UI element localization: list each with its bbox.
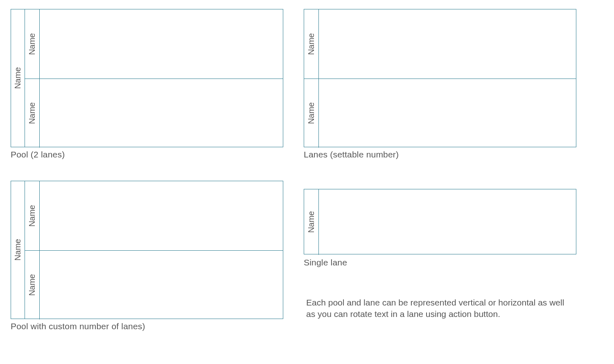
lane-row: Name xyxy=(25,9,283,79)
lane-label: Name xyxy=(27,205,37,227)
lane-row: Name xyxy=(25,181,283,250)
pool-custom-lanes: Name Name Name xyxy=(11,181,283,319)
lane-header: Name xyxy=(304,189,319,255)
lane-row: Name xyxy=(304,189,576,255)
lane-label: Name xyxy=(307,33,316,55)
note-text: Each pool and lane can be represented ve… xyxy=(306,297,572,320)
pool-header: Name xyxy=(11,9,25,147)
lane-header: Name xyxy=(304,79,319,148)
lane-header: Name xyxy=(25,181,40,250)
caption-lanes-settable: Lanes (settable number) xyxy=(304,150,399,160)
pool-label: Name xyxy=(13,67,23,89)
lane-row: Name xyxy=(25,79,283,148)
lane-label: Name xyxy=(27,274,37,296)
lane-header: Name xyxy=(25,251,40,319)
diagram-canvas: Name Name Name Pool (2 lanes) Name Name … xyxy=(0,0,614,364)
lane-row: Name xyxy=(304,79,576,148)
lane-label: Name xyxy=(27,33,37,55)
lane-header: Name xyxy=(25,79,40,148)
lane-label: Name xyxy=(307,211,316,233)
pool-header: Name xyxy=(11,181,25,319)
caption-pool-2-lanes: Pool (2 lanes) xyxy=(11,150,65,160)
lane-header: Name xyxy=(25,9,40,79)
caption-single-lane: Single lane xyxy=(304,258,347,267)
lane-label: Name xyxy=(307,102,316,124)
single-lane: Name xyxy=(304,189,576,254)
lane-row: Name xyxy=(25,250,283,319)
lane-label: Name xyxy=(27,102,37,124)
caption-pool-custom: Pool with custom number of lanes) xyxy=(11,321,145,331)
lanes-settable: Name Name xyxy=(304,9,576,147)
lane-row: Name xyxy=(304,9,576,79)
pool-2-lanes: Name Name Name xyxy=(11,9,283,147)
lane-header: Name xyxy=(304,9,319,79)
pool-label: Name xyxy=(13,239,23,261)
